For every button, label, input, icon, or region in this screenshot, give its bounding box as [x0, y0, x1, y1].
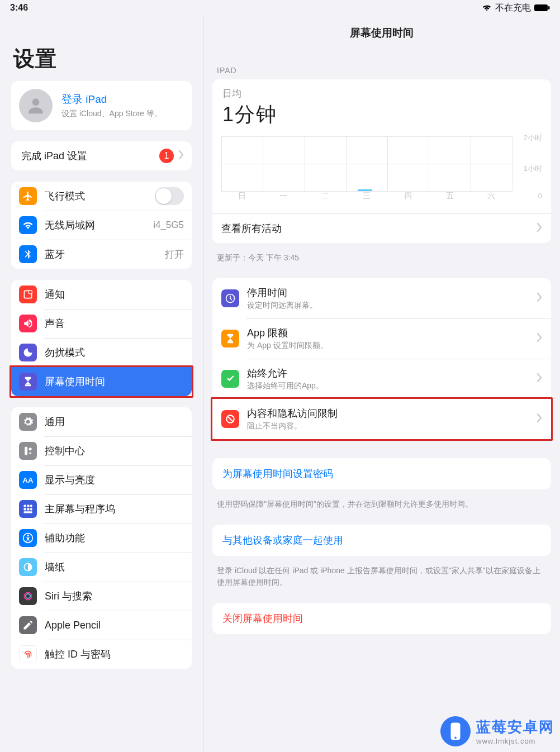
display-label: 显示与亮度	[45, 473, 184, 487]
svg-point-6	[29, 448, 32, 450]
turnoff-link[interactable]: 关闭屏幕使用时间	[212, 603, 551, 634]
wifi-value: i4_5G5	[153, 220, 184, 231]
complete-setup-badge: 1	[159, 149, 174, 163]
wallpaper-label: 墙纸	[45, 560, 184, 574]
sidebar-item-screentime[interactable]: 屏幕使用时间	[11, 367, 192, 396]
sidebar-group-2: 通知 声音 勿扰模式	[11, 280, 192, 367]
usage-value: 1分钟	[222, 101, 541, 128]
always-icon	[221, 370, 239, 388]
see-all-activity-row[interactable]: 查看所有活动	[212, 213, 551, 243]
sidebar-item-siri[interactable]: Siri 与搜索	[11, 582, 192, 611]
detail-pane: 屏幕使用时间 IPAD 日均 1分钟	[203, 16, 560, 752]
row-downtime[interactable]: 停用时间设定时间远离屏幕。	[212, 278, 551, 318]
passcode-note: 使用密码保障"屏幕使用时间"的设置，并在达到限额时允许更多使用时间。	[203, 494, 560, 525]
sidebar-item-control[interactable]: 控制中心	[11, 436, 192, 465]
row-applimit[interactable]: App 限额为 App 设置时间限额。	[212, 318, 551, 359]
screentime-icon	[19, 373, 37, 391]
screentime-highlight: 屏幕使用时间	[10, 365, 193, 398]
share-panel[interactable]: 与其他设备或家庭一起使用	[212, 525, 551, 556]
svg-rect-14	[24, 511, 32, 513]
status-bar: 3:46 不在充电	[0, 0, 560, 16]
wallpaper-icon	[19, 558, 37, 576]
bluetooth-value: 打开	[165, 248, 184, 261]
home-label: 主屏幕与程序坞	[45, 502, 184, 516]
dnd-icon	[19, 344, 37, 361]
dnd-label: 勿扰模式	[45, 346, 184, 359]
chevron-icon	[537, 373, 542, 384]
complete-setup-card[interactable]: 完成 iPad 设置 1	[11, 141, 192, 170]
screentime-label: 屏幕使用时间	[45, 375, 184, 388]
sound-label: 声音	[45, 317, 184, 330]
control-icon	[19, 442, 37, 460]
svg-rect-1	[548, 6, 550, 9]
touchid-label: 触控 ID 与密码	[45, 648, 184, 661]
sidebar-item-dnd[interactable]: 勿扰模式	[11, 338, 192, 367]
notifications-icon	[19, 285, 37, 303]
chevron-icon	[537, 293, 542, 304]
siri-icon	[19, 587, 37, 605]
chevron-icon	[537, 413, 542, 425]
sidebar-item-bluetooth[interactable]: 蓝牙 打开	[11, 240, 192, 269]
control-label: 控制中心	[45, 444, 184, 458]
watermark-name: 蓝莓安卓网	[476, 717, 554, 737]
chart-ylabel-2: 0	[538, 192, 542, 200]
sidebar-item-general[interactable]: 通用	[11, 407, 192, 436]
bluetooth-icon	[19, 245, 37, 263]
accessibility-label: 辅助功能	[45, 531, 184, 545]
detail-title: 屏幕使用时间	[203, 16, 560, 66]
sidebar-item-home[interactable]: 主屏幕与程序坞	[11, 494, 192, 523]
downtime-icon	[221, 289, 239, 307]
share-link[interactable]: 与其他设备或家庭一起使用	[212, 525, 551, 556]
row-always-allowed[interactable]: 始终允许选择始终可用的App。	[212, 359, 551, 399]
bluetooth-label: 蓝牙	[45, 248, 162, 261]
passcode-panel[interactable]: 为屏幕使用时间设置密码	[212, 458, 551, 489]
sidebar-item-wallpaper[interactable]: 墙纸	[11, 553, 192, 582]
usage-caption: 日均	[222, 87, 541, 100]
watermark-url: www.lmkjst.com	[476, 737, 554, 745]
usage-chart: 2小时 1小时 0 日 一 二 三 四 五 六	[221, 136, 542, 199]
sidebar-item-wifi[interactable]: 无线局域网 i4_5G5	[11, 211, 192, 240]
chevron-icon	[537, 333, 542, 344]
sidebar-item-notifications[interactable]: 通知	[11, 280, 192, 309]
row-content-restriction[interactable]: 内容和隐私访问限制阻止不当内容。	[212, 399, 551, 439]
svg-rect-8	[24, 505, 26, 507]
sidebar-item-pencil[interactable]: Apple Pencil	[11, 611, 192, 640]
svg-rect-11	[24, 508, 26, 510]
see-all-label: 查看所有活动	[221, 222, 537, 235]
accessibility-icon	[19, 529, 37, 547]
turnoff-panel[interactable]: 关闭屏幕使用时间	[212, 603, 551, 634]
chart-ylabel-1: 1小时	[524, 164, 542, 174]
options-panel: 停用时间设定时间远离屏幕。 App 限额为 App 设置时间限额。 始终允许选择…	[212, 278, 551, 399]
wifi-row-icon	[19, 216, 37, 234]
sidebar-item-touchid[interactable]: 触控 ID 与密码	[11, 640, 192, 669]
chart-ylabel-0: 2小时	[524, 133, 542, 143]
pencil-icon	[19, 616, 37, 634]
sidebar-item-accessibility[interactable]: 辅助功能	[11, 523, 192, 553]
airplane-toggle[interactable]	[155, 187, 184, 205]
status-time: 3:46	[10, 3, 28, 13]
svg-rect-13	[30, 508, 32, 510]
usage-panel: 日均 1分钟 2小时 1	[212, 79, 551, 243]
sidebar-item-sound[interactable]: 声音	[11, 309, 192, 338]
chevron-icon	[537, 223, 542, 234]
pencil-label: Apple Pencil	[45, 620, 184, 631]
svg-point-7	[30, 453, 31, 454]
airplane-label: 飞行模式	[45, 189, 155, 203]
passcode-link[interactable]: 为屏幕使用时间设置密码	[212, 458, 551, 489]
wifi-icon	[482, 4, 492, 12]
display-icon: AA	[19, 471, 37, 489]
svg-rect-10	[30, 505, 32, 507]
settings-sidebar: 设置 登录 iPad 设置 iCloud、App Store 等。 完成 iPa…	[0, 16, 203, 752]
signin-card[interactable]: 登录 iPad 设置 iCloud、App Store 等。	[11, 81, 192, 130]
svg-point-19	[26, 594, 30, 598]
battery-icon	[534, 4, 550, 12]
status-charging: 不在充电	[495, 2, 531, 14]
sound-icon	[19, 315, 37, 332]
svg-rect-0	[534, 4, 548, 11]
svg-point-23	[454, 736, 457, 739]
content-restriction-highlight: 内容和隐私访问限制阻止不当内容。	[211, 397, 553, 441]
detail-section-header: IPAD	[203, 66, 560, 79]
signin-title: 登录 iPad	[61, 92, 162, 107]
sidebar-item-airplane[interactable]: 飞行模式	[11, 182, 192, 211]
sidebar-item-display[interactable]: AA 显示与亮度	[11, 465, 192, 494]
